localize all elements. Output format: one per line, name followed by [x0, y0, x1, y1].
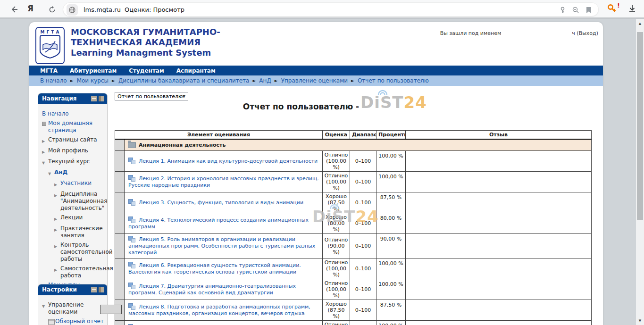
range-cell: 0–100: [350, 320, 376, 325]
scrollbar-up-arrow[interactable]: ▲: [636, 20, 644, 27]
sidebar-tree-item: ▼АнД: [40, 169, 105, 177]
academy-logo[interactable]: МГТА: [35, 27, 65, 64]
sidebar-item-label[interactable]: АнД: [54, 169, 105, 177]
sidebar-item-label[interactable]: Контроль самостоятельной работы: [60, 242, 113, 263]
url-domain[interactable]: lms.mgta.ru: [84, 6, 121, 13]
sidebar-item-label[interactable]: Дисциплина "Анимационная деятельность": [60, 191, 107, 212]
indent-cell: [115, 213, 125, 233]
scrollbar-thumb[interactable]: [637, 32, 643, 220]
tree-collapsed-icon[interactable]: ▶: [54, 191, 60, 212]
sidebar-tree-item: Обзорный отчет: [40, 318, 105, 325]
sidebar-tree-item: ▼Управление оценками: [40, 301, 105, 316]
breadcrumb-item[interactable]: Мои курсы: [77, 77, 109, 84]
logout-link[interactable]: ч (Выход): [572, 30, 598, 36]
grade-item-row: Лекция 4. Технологический процесс создан…: [115, 213, 592, 233]
grades-table: Элемент оценивания Оценка Диапазон Проце…: [115, 130, 592, 325]
feedback-cell: [406, 150, 592, 171]
yandex-browser-icon[interactable]: Я: [27, 4, 33, 13]
sidebar-item-label[interactable]: Лекции: [60, 214, 105, 223]
tree-collapsed-icon[interactable]: ▶: [54, 242, 60, 263]
watermark-signal-icon: [376, 87, 389, 97]
academy-title: МОСКОВСКАЯ ГУМАНИТАРНО- ТЕХНИЧЕСКАЯ АКАД…: [71, 27, 220, 58]
sidebar-tree-item: ▶Мой профиль: [40, 147, 105, 156]
feedback-cell: [406, 300, 592, 320]
top-navigation: МГТААбитуриентамСтудентамАспирантам: [29, 66, 603, 75]
login-info: Вы зашли под именемч (Выход): [440, 30, 598, 36]
tree-expanded-icon[interactable]: ▼: [48, 169, 54, 177]
sidebar-tree-item: ▶Участники: [40, 180, 105, 188]
topnav-item[interactable]: Аспирантам: [176, 67, 216, 74]
site-page: МГТА МОСКОВСКАЯ ГУМАНИТАРНО- ТЕХНИЧЕСКАЯ…: [29, 22, 603, 325]
grade-item-link[interactable]: Лекция 5. Роль аниматоров в организации …: [128, 236, 315, 256]
grade-item-link[interactable]: Лекция 4. Технологический процесс создан…: [128, 217, 309, 230]
grade-item-link[interactable]: Лекция 1. Анимация как вид культурно-дос…: [139, 158, 318, 164]
tree-collapsed-icon[interactable]: ▶: [54, 225, 60, 239]
sidebar-item-label[interactable]: Участники: [60, 180, 105, 188]
grade-item-link[interactable]: Лекция 6. Рекреационная сущность туристс…: [128, 262, 301, 275]
zoom-find-icon[interactable]: [571, 5, 580, 15]
collapse-block-icon[interactable]: [91, 287, 97, 292]
scrollbar-down-arrow[interactable]: ▼: [636, 317, 644, 324]
grade-cell: Отлично(100,00 %): [323, 320, 350, 325]
tree-collapsed-icon[interactable]: ▶: [54, 180, 60, 188]
sidebar-item-label[interactable]: Страницы сайта: [48, 136, 105, 145]
topnav-item[interactable]: Абитуриентам: [70, 67, 117, 74]
collapse-block-icon[interactable]: [91, 96, 97, 101]
lesson-icon: [128, 199, 135, 206]
tree-collapsed-icon[interactable]: ▶: [42, 147, 48, 156]
download-icon[interactable]: [627, 4, 639, 15]
dock-block-icon[interactable]: [99, 287, 104, 292]
breadcrumb-item[interactable]: Дисциплины бакалавриата и специалитета: [118, 77, 250, 84]
sidebar-item-label[interactable]: Самостоятельная работа: [60, 265, 113, 279]
dock-block-icon[interactable]: [99, 96, 104, 101]
back-icon[interactable]: [8, 4, 20, 15]
grade-cell: Отлично(100,00 %): [323, 171, 350, 192]
feedback-cell: [406, 192, 592, 213]
breadcrumb-item[interactable]: Управление оценками: [281, 77, 348, 84]
sidebar-tree-item: ▶Дисциплина "Анимационная деятельность": [40, 191, 105, 212]
report-type-select[interactable]: Отчет по пользователю ▼: [115, 92, 188, 100]
bookmark-icon[interactable]: [584, 5, 594, 15]
tree-collapsed-icon[interactable]: ▶: [54, 214, 60, 223]
topnav-item[interactable]: Студентам: [129, 67, 164, 74]
breadcrumb-item[interactable]: АнД: [259, 77, 271, 84]
tree-expanded-icon[interactable]: ▼: [42, 158, 48, 167]
item-name-cell: Лекция 3. Сущность, функция, типология и…: [125, 192, 323, 213]
percent-cell: 100,00 %: [376, 150, 406, 171]
indent-cell: [115, 192, 125, 213]
breadcrumb-item[interactable]: В начало: [40, 77, 67, 84]
site-globe-icon[interactable]: [67, 4, 78, 16]
grade-item-link[interactable]: Лекция 2. История и хронология массовых …: [128, 175, 319, 188]
lesson-icon: [128, 303, 135, 310]
sidebar-item-label[interactable]: Практические занятия: [60, 225, 105, 239]
sidebar-item-label[interactable]: Управление оценками: [48, 301, 105, 316]
page-scrollbar[interactable]: ▲ ▼: [636, 19, 644, 325]
item-name-cell: Лекция 2. История и хронология массовых …: [125, 171, 323, 192]
grade-item-row: Лекция 3. Сущность, функция, типология и…: [115, 192, 592, 213]
grade-item-link[interactable]: Лекция 8. Подготовка и разработка анимац…: [128, 304, 310, 317]
grade-item-link[interactable]: Лекция 3. Сущность, функция, типология и…: [139, 200, 303, 206]
col-header-percent: Проценты: [376, 131, 406, 140]
refresh-icon[interactable]: [46, 4, 58, 15]
sidebar-item-label[interactable]: Мой профиль: [48, 147, 105, 156]
address-bar[interactable]: lms.mgta.ru Оценки: Просмотр: [63, 2, 599, 17]
item-name-cell: Лекция 8. Подготовка и разработка анимац…: [125, 300, 323, 320]
grade-item-link[interactable]: Лекция 7. Драматургия анимационно-театра…: [128, 283, 296, 296]
sidebar-item-label[interactable]: Текущий курс: [48, 158, 105, 167]
sidebar-item-label[interactable]: В начало: [42, 110, 105, 117]
password-alert-icon[interactable]: !: [607, 3, 619, 16]
item-name-cell: Лекция 6. Рекреационная сущность туристс…: [125, 258, 323, 279]
sidebar-item-label[interactable]: Обзорный отчет: [55, 318, 105, 325]
sidebar-item-label[interactable]: Моя домашняя страница: [48, 120, 105, 134]
tree-collapsed-icon[interactable]: ▶: [42, 136, 48, 145]
sidebar-tree-item: ▶Лекции: [40, 214, 105, 223]
browser-toolbar: Я lms.mgta.ru Оценки: Просмотр !: [0, 0, 644, 19]
sidebar-tree-item: ▼Текущий курс: [40, 158, 105, 167]
tree-collapsed-icon[interactable]: ▶: [54, 265, 60, 279]
topnav-item[interactable]: МГТА: [40, 67, 58, 74]
breadcrumb-item[interactable]: Отчет по пользователю: [358, 77, 429, 84]
protect-key-icon[interactable]: [558, 5, 567, 15]
breadcrumb-separator-icon: ►: [70, 78, 74, 83]
tree-expanded-icon[interactable]: ▼: [42, 301, 48, 316]
grade-item-row: Лекция 7. Драматургия анимационно-театра…: [115, 279, 592, 300]
